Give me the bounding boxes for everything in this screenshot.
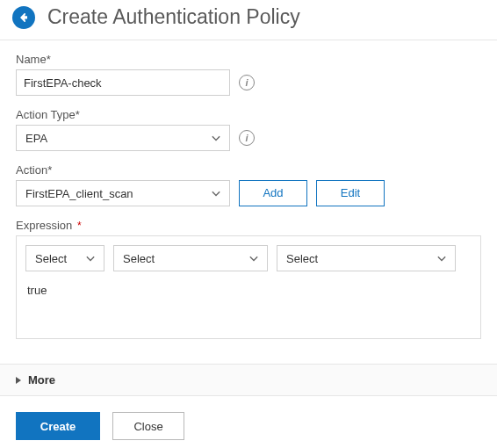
chevron-down-icon bbox=[212, 189, 220, 198]
add-button[interactable]: Add bbox=[239, 180, 307, 206]
info-icon: i bbox=[239, 75, 255, 90]
more-label: More bbox=[28, 373, 55, 387]
page-title: Create Authentication Policy bbox=[47, 5, 300, 29]
divider bbox=[0, 40, 497, 40]
expression-select-1-value: Select bbox=[35, 252, 67, 265]
action-type-select[interactable]: EPA bbox=[16, 125, 230, 151]
back-button[interactable] bbox=[12, 6, 35, 29]
expression-select-3-value: Select bbox=[286, 252, 318, 265]
expression-label-text: Expression bbox=[16, 219, 72, 232]
name-input[interactable] bbox=[16, 69, 230, 96]
required-star: * bbox=[77, 220, 82, 232]
chevron-down-icon bbox=[86, 254, 95, 263]
action-value: FirstEPA_client_scan bbox=[25, 187, 133, 200]
expression-select-3[interactable]: Select bbox=[277, 245, 456, 271]
arrow-left-icon bbox=[18, 11, 30, 24]
caret-right-icon bbox=[16, 377, 21, 384]
create-button[interactable]: Create bbox=[16, 412, 100, 440]
action-type-label: Action Type* bbox=[16, 108, 481, 121]
edit-button[interactable]: Edit bbox=[316, 180, 385, 206]
expression-label: Expression * bbox=[16, 219, 481, 232]
expression-select-2-value: Select bbox=[123, 252, 155, 265]
chevron-down-icon bbox=[249, 254, 258, 263]
chevron-down-icon bbox=[437, 254, 446, 263]
expression-select-1[interactable]: Select bbox=[25, 245, 104, 271]
expression-textarea[interactable] bbox=[25, 280, 472, 326]
action-type-value: EPA bbox=[25, 132, 47, 145]
expression-select-2[interactable]: Select bbox=[113, 245, 268, 271]
info-icon: i bbox=[239, 130, 255, 146]
expression-box: Select Select Select bbox=[16, 235, 481, 339]
name-label: Name* bbox=[16, 53, 481, 66]
action-label: Action* bbox=[16, 163, 481, 177]
close-button[interactable]: Close bbox=[112, 412, 184, 440]
chevron-down-icon bbox=[212, 134, 220, 142]
more-toggle[interactable]: More bbox=[0, 364, 497, 396]
action-select[interactable]: FirstEPA_client_scan bbox=[16, 180, 230, 206]
